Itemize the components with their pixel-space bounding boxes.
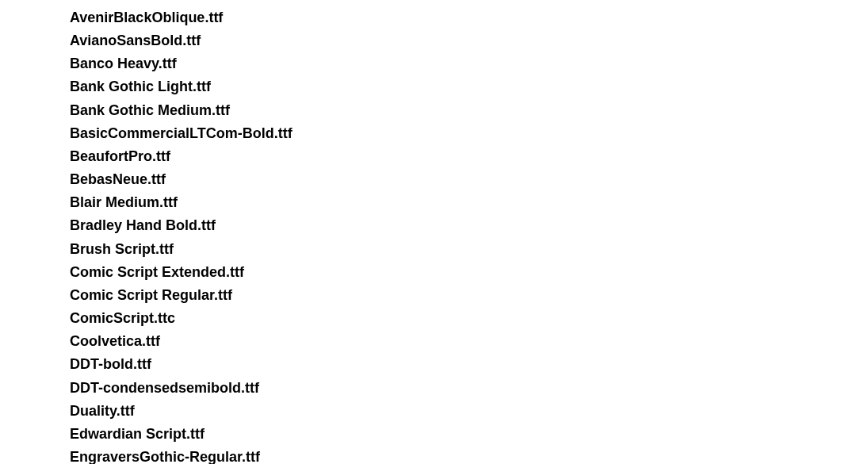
file-link[interactable]: BeaufortPro.ttf <box>70 145 868 168</box>
file-link[interactable]: Bank Gothic Medium.ttf <box>70 99 868 122</box>
file-link[interactable]: Brush Script.ttf <box>70 238 868 261</box>
file-link[interactable]: Duality.ttf <box>70 400 868 423</box>
file-link[interactable]: Bank Gothic Light.ttf <box>70 75 868 98</box>
file-link[interactable]: EngraversGothic-Regular.ttf <box>70 446 868 464</box>
file-link[interactable]: BasicCommercialLTCom-Bold.ttf <box>70 122 868 145</box>
file-link[interactable]: Blair Medium.ttf <box>70 191 868 214</box>
file-link[interactable]: Bradley Hand Bold.ttf <box>70 214 868 237</box>
font-file-list: AvenirBlackOblique.ttf AvianoSansBold.tt… <box>70 6 868 464</box>
file-link[interactable]: AvianoSansBold.ttf <box>70 29 868 52</box>
file-link[interactable]: Comic Script Regular.ttf <box>70 284 868 307</box>
file-link[interactable]: Comic Script Extended.ttf <box>70 261 868 284</box>
file-link[interactable]: Edwardian Script.ttf <box>70 423 868 446</box>
file-link[interactable]: Banco Heavy.ttf <box>70 52 868 75</box>
file-link[interactable]: BebasNeue.ttf <box>70 168 868 191</box>
file-link[interactable]: AvenirBlackOblique.ttf <box>70 6 868 29</box>
file-link[interactable]: Coolvetica.ttf <box>70 330 868 353</box>
file-link[interactable]: ComicScript.ttc <box>70 307 868 330</box>
file-link[interactable]: DDT-condensedsemibold.ttf <box>70 377 868 400</box>
file-link[interactable]: DDT-bold.ttf <box>70 353 868 376</box>
